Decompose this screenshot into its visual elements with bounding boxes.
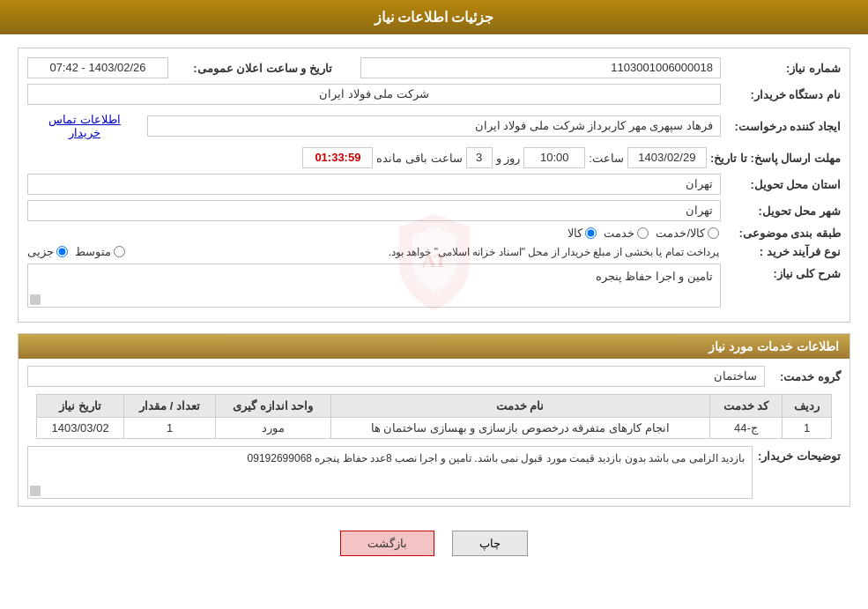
page-title: جزئیات اطلاعات نیاز — [375, 10, 494, 25]
city-value: تهران — [27, 200, 721, 221]
deadline-row: مهلت ارسال پاسخ: تا تاریخ: 1403/02/29 سا… — [27, 147, 841, 168]
buyer-desc-label: توضیحات خریدار: — [758, 446, 841, 463]
process-partial-label: جزیی — [27, 245, 54, 258]
process-medium-radio[interactable] — [114, 246, 125, 257]
process-partial-radio[interactable] — [56, 246, 68, 257]
services-section-title: اطلاعات خدمات مورد نیاز — [19, 334, 849, 359]
province-value: تهران — [27, 174, 721, 195]
col-count: تعداد / مقدار — [124, 395, 216, 418]
resize-handle-2[interactable] — [30, 486, 41, 496]
category-row: طبقه بندی موضوعی: کالا/خدمت خدمت کالا — [27, 227, 841, 240]
main-content: شماره نیاز: 1103001006000018 تاریخ و ساع… — [0, 34, 868, 578]
group-row: گروه خدمت: ساختمان — [19, 359, 849, 394]
process-medium-label: متوسط — [75, 245, 111, 258]
page-header: جزئیات اطلاعات نیاز — [0, 0, 868, 34]
process-row: نوع فرآیند خرید : پرداخت تمام یا بخشی از… — [27, 245, 841, 258]
need-number-value: 1103001006000018 — [360, 57, 721, 78]
cat-goods-item: کالا — [568, 227, 597, 240]
cell-date: 1403/03/02 — [37, 418, 124, 439]
need-number-row: شماره نیاز: 1103001006000018 تاریخ و ساع… — [27, 57, 841, 78]
back-button[interactable]: بازگشت — [340, 531, 434, 556]
cell-unit: مورد — [215, 418, 330, 439]
buyer-name-value: شرکت ملی فولاد ایران — [27, 84, 721, 105]
cat-service-label: خدمت — [604, 227, 634, 240]
deadline-label: مهلت ارسال پاسخ: تا تاریخ: — [710, 152, 841, 165]
province-label: استان محل تحویل: — [726, 178, 841, 191]
table-row: 1 ج-44 انجام کارهای متفرقه درخصوص بازساز… — [37, 418, 832, 439]
process-desc: پرداخت تمام یا بخشی از مبلغ خریدار از مح… — [141, 246, 719, 258]
deadline-time-label: ساعت: — [589, 152, 624, 165]
deadline-remain-label: ساعت باقی مانده — [376, 152, 462, 165]
process-label: نوع فرآیند خرید : — [726, 245, 841, 258]
group-value: ساختمان — [27, 366, 765, 387]
cat-goods-service-item: کالا/خدمت — [656, 227, 719, 240]
form-grid: شماره نیاز: 1103001006000018 تاریخ و ساع… — [19, 48, 849, 322]
cell-row: 1 — [783, 418, 832, 439]
col-row: ردیف — [783, 395, 832, 418]
buyer-name-label: نام دستگاه خریدار: — [726, 88, 841, 101]
cat-goods-service-label: کالا/خدمت — [656, 227, 705, 240]
buyer-desc-box: بازدید الزامی می باشد بدون بازدید قیمت م… — [27, 446, 753, 499]
need-number-label: شماره نیاز: — [726, 62, 841, 75]
cat-service-item: خدمت — [604, 227, 649, 240]
deadline-days: 3 — [466, 147, 493, 168]
requester-link[interactable]: اطلاعات تماس خریدار — [27, 110, 142, 142]
resize-handle[interactable] — [30, 294, 41, 305]
description-label: شرح کلی نیاز: — [726, 264, 841, 280]
deadline-time: 10:00 — [523, 147, 585, 168]
group-label: گروه خدمت: — [770, 370, 841, 383]
cat-goods-label: کالا — [568, 227, 582, 240]
cell-name: انجام کارهای متفرقه درخصوص بازسازی و بهس… — [330, 418, 709, 439]
col-code: کد خدمت — [709, 395, 783, 418]
buyer-description: توضیحات خریدار: بازدید الزامی می باشد بد… — [27, 446, 841, 499]
requester-row: ایجاد کننده درخواست: فرهاد سپهری مهر کار… — [27, 110, 841, 142]
announce-label: تاریخ و ساعت اعلان عمومی: — [174, 62, 332, 75]
table-wrapper: ردیف کد خدمت نام خدمت واحد اندازه گیری ت… — [19, 394, 849, 439]
btn-row: چاپ بازگشت — [18, 517, 850, 565]
city-label: شهر محل تحویل: — [726, 204, 841, 218]
info-section: شماره نیاز: 1103001006000018 تاریخ و ساع… — [18, 48, 850, 323]
city-row: شهر محل تحویل: تهران — [27, 200, 841, 221]
cat-goods-service-radio[interactable] — [708, 227, 719, 239]
process-medium-item: متوسط — [75, 245, 125, 258]
category-label: طبقه بندی موضوعی: — [726, 227, 841, 240]
cell-count: 1 — [124, 418, 216, 439]
deadline-remain: 01:33:59 — [302, 147, 373, 168]
buyer-desc-row: توضیحات خریدار: بازدید الزامی می باشد بد… — [27, 446, 841, 499]
need-description-row: شرح کلی نیاز: تامین و اجرا حفاظ پنجره — [27, 264, 841, 308]
table-header-row: ردیف کد خدمت نام خدمت واحد اندازه گیری ت… — [37, 395, 832, 418]
cell-code: ج-44 — [709, 418, 783, 439]
deadline-date: 1403/02/29 — [627, 147, 707, 168]
description-value: تامین و اجرا حفاظ پنجره — [27, 264, 721, 308]
announce-value: 1403/02/26 - 07:42 — [27, 57, 168, 78]
deadline-days-label: روز و — [496, 152, 521, 165]
process-partial-item: جزیی — [27, 245, 68, 258]
page-wrapper: جزئیات اطلاعات نیاز شماره نیاز: 11030010… — [0, 0, 868, 609]
buyer-name-row: نام دستگاه خریدار: شرکت ملی فولاد ایران — [27, 84, 841, 105]
col-date: تاریخ نیاز — [37, 395, 124, 418]
province-row: استان محل تحویل: تهران — [27, 174, 841, 195]
cat-service-radio[interactable] — [637, 227, 649, 239]
print-button[interactable]: چاپ — [452, 531, 528, 556]
services-section: اطلاعات خدمات مورد نیاز گروه خدمت: ساختم… — [18, 333, 850, 507]
requester-value: فرهاد سپهری مهر کاربرداز شرکت ملی فولاد … — [147, 115, 721, 137]
cat-goods-radio[interactable] — [585, 227, 597, 239]
col-name: نام خدمت — [330, 395, 709, 418]
requester-label: ایجاد کننده درخواست: — [726, 120, 841, 133]
services-table: ردیف کد خدمت نام خدمت واحد اندازه گیری ت… — [36, 394, 832, 439]
col-unit: واحد اندازه گیری — [215, 395, 330, 418]
